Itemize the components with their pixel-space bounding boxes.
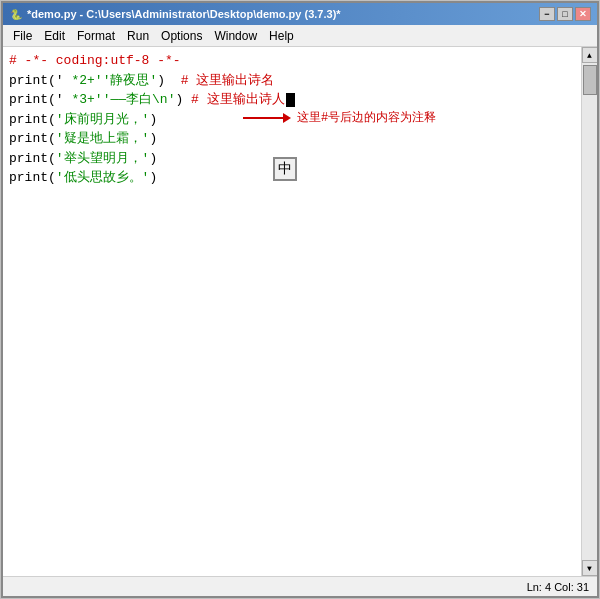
menu-bar: File Edit Format Run Options Window Help	[3, 25, 597, 47]
code-line-4: print('床前明月光，')	[9, 110, 575, 130]
menu-file[interactable]: File	[7, 27, 38, 45]
window-title: *demo.py - C:\Users\Administrator\Deskto…	[27, 8, 341, 20]
close-button[interactable]: ✕	[575, 7, 591, 21]
menu-options[interactable]: Options	[155, 27, 208, 45]
title-buttons: − □ ✕	[539, 7, 591, 21]
title-bar-left: 🐍 *demo.py - C:\Users\Administrator\Desk…	[9, 7, 341, 21]
scroll-down-button[interactable]: ▼	[582, 560, 598, 576]
code-line-2: print(' *2+''静夜思') # 这里输出诗名	[9, 71, 575, 91]
menu-help[interactable]: Help	[263, 27, 300, 45]
app-icon: 🐍	[9, 7, 23, 21]
menu-window[interactable]: Window	[208, 27, 263, 45]
status-bar: Ln: 4 Col: 31	[3, 576, 597, 596]
scroll-track[interactable]	[582, 63, 597, 560]
minimize-button[interactable]: −	[539, 7, 555, 21]
maximize-button[interactable]: □	[557, 7, 573, 21]
code-editor[interactable]: # -*- coding:utf-8 -*- print(' *2+''静夜思'…	[3, 47, 581, 576]
scroll-thumb[interactable]	[583, 65, 597, 95]
scroll-up-button[interactable]: ▲	[582, 47, 598, 63]
title-bar: 🐍 *demo.py - C:\Users\Administrator\Desk…	[3, 3, 597, 25]
code-line-1: # -*- coding:utf-8 -*-	[9, 51, 575, 71]
menu-run[interactable]: Run	[121, 27, 155, 45]
cursor-position: Ln: 4 Col: 31	[527, 581, 589, 593]
code-line-5: print('疑是地上霜，')	[9, 129, 575, 149]
code-line-3: print(' *3+''——李白\n') # 这里输出诗人	[9, 90, 575, 110]
char-input-indicator: 中	[273, 157, 297, 181]
editor-container: # -*- coding:utf-8 -*- print(' *2+''静夜思'…	[3, 47, 597, 576]
menu-edit[interactable]: Edit	[38, 27, 71, 45]
menu-format[interactable]: Format	[71, 27, 121, 45]
main-window: 🐍 *demo.py - C:\Users\Administrator\Desk…	[1, 1, 599, 598]
vertical-scrollbar[interactable]: ▲ ▼	[581, 47, 597, 576]
